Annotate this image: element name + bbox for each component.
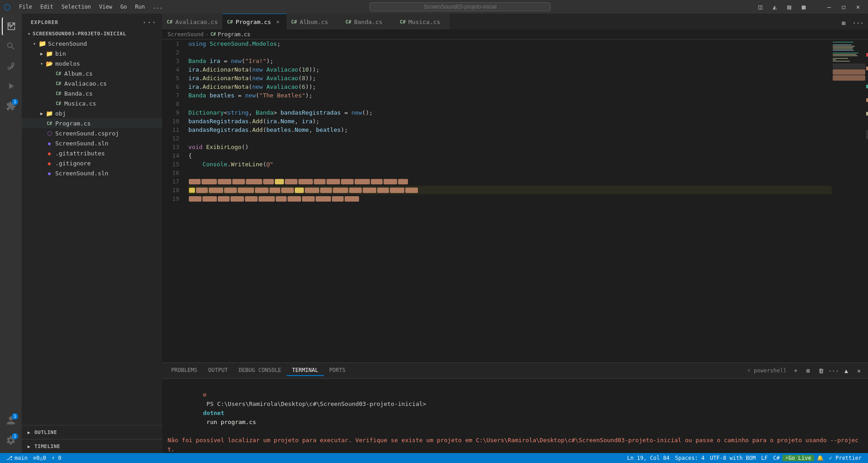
banda-cs-icon: C# xyxy=(54,91,62,96)
sidebar-root[interactable]: ▾ SCREENSOUND03-PROJETO-INICIAL xyxy=(22,29,162,39)
sidebar-item-sln-outer[interactable]: ◆ ScreenSound.sln xyxy=(22,168,162,178)
sidebar-item-modelos[interactable]: ▾ 📂 modelos xyxy=(22,58,162,68)
sidebar-item-gitignore[interactable]: ◆ .gitignore xyxy=(22,158,162,168)
code-line-12 xyxy=(188,134,832,143)
terminal-tabs-bar: PROBLEMS OUTPUT DEBUG CONSOLE TERMINAL P… xyxy=(162,363,868,379)
code-content[interactable]: using ScreenSound.Modelos; Banda ira = n… xyxy=(184,39,832,362)
status-language[interactable]: C# xyxy=(770,455,782,461)
status-branch[interactable]: ⎇ main xyxy=(4,453,30,463)
status-bell[interactable]: 🔔 xyxy=(814,455,826,461)
terminal-body[interactable]: ⊘ PS C:\Users\Ramirola\Desktop\c#\Screen… xyxy=(162,379,868,453)
terminal-tab-debug-console[interactable]: DEBUG CONSOLE xyxy=(233,365,287,376)
menu-more[interactable]: ... xyxy=(149,3,167,11)
activity-account[interactable]: 1 xyxy=(2,411,20,429)
code-line-11: bandasRegistradas.Add(beatles.Nome, beat… xyxy=(188,125,832,134)
menu-selection[interactable]: Selection xyxy=(58,3,95,11)
split-editor-button[interactable]: ⊞ xyxy=(837,17,850,29)
tab-avaliacao-cs[interactable]: C# Avaliacao.cs xyxy=(162,14,222,29)
sidebar-item-banda-cs[interactable]: C# Banda.cs xyxy=(22,88,162,98)
sidebar-item-sln-inner[interactable]: ◆ ScreenSound.sln xyxy=(22,138,162,148)
avaliacao-cs-icon: C# xyxy=(54,81,62,86)
layout-button[interactable]: ▤ xyxy=(783,1,796,12)
sidebar-item-csproj[interactable]: ⬡ ScreenSound.csproj xyxy=(22,128,162,138)
main-layout: 1 1 1 EXPLORER ··· ▾ SCREENSOUND03-PROJE… xyxy=(0,14,868,453)
maximize-button[interactable]: ◻ xyxy=(837,1,850,12)
status-eol[interactable]: LF xyxy=(758,455,770,461)
menu-go[interactable]: Go xyxy=(117,3,130,11)
status-errors[interactable]: ⊘ 0 △ 0 xyxy=(30,453,49,463)
sidebar-toggle-button[interactable]: ◫ xyxy=(754,1,767,12)
sidebar-timeline-section: ▶ TIMELINE xyxy=(22,439,162,453)
terminal-kill-button[interactable]: 🗑 xyxy=(815,365,826,376)
svg-rect-1 xyxy=(9,25,12,26)
close-button[interactable]: ✕ xyxy=(852,1,864,12)
sidebar-item-album-cs[interactable]: C# Album.cs xyxy=(22,68,162,78)
status-prettier[interactable]: ✓ Prettier xyxy=(826,455,864,461)
menu-run[interactable]: Run xyxy=(131,3,149,11)
breadcrumb-screensound[interactable]: ScreenSound xyxy=(168,31,203,38)
code-editor[interactable]: 12345 678910 1112131415 16171819 using S… xyxy=(162,39,832,362)
terminal-split-button[interactable]: ⊞ xyxy=(803,365,814,376)
more-tabs-button[interactable]: ··· xyxy=(852,17,864,29)
terminal-tab-problems[interactable]: PROBLEMS xyxy=(166,365,203,376)
code-line-10: bandasRegistradas.Add(ira.Nome, ira); xyxy=(188,117,832,125)
timeline-header[interactable]: ▶ TIMELINE xyxy=(22,441,162,451)
sidebar-item-gitattributes[interactable]: ◆ .gitattributes xyxy=(22,148,162,158)
gitattributes-icon: ◆ xyxy=(45,150,53,157)
sidebar-more-icon[interactable]: ··· xyxy=(142,18,157,27)
sidebar-item-obj[interactable]: ▶ 📁 obj xyxy=(22,108,162,118)
sidebar-item-screensound[interactable]: ▾ 📁 ScreenSound xyxy=(22,39,162,48)
terminal-tab-output[interactable]: OUTPUT xyxy=(203,365,233,376)
custom-layout-button[interactable]: ▦ xyxy=(797,1,810,12)
tab-album-cs[interactable]: C# Album.cs xyxy=(287,14,341,29)
sidebar-item-program-cs[interactable]: C# Program.cs xyxy=(22,118,162,128)
panel-toggle-button[interactable]: ◭ xyxy=(768,1,781,12)
sidebar-item-musica-cs[interactable]: C# Musica.cs xyxy=(22,98,162,108)
terminal-line-2: Não foi possível localizar um projeto pa… xyxy=(168,436,863,453)
status-cursor-position[interactable]: Ln 19, Col 84 xyxy=(624,455,672,461)
breadcrumb-program-cs[interactable]: Program.cs xyxy=(218,31,250,38)
terminal-maximize-button[interactable]: ▲ xyxy=(841,365,852,376)
git-branch-icon: ⎇ xyxy=(6,455,13,461)
titlebar-window-controls: ◫ ◭ ▤ ▦ — ◻ ✕ xyxy=(754,1,864,12)
menu-view[interactable]: View xyxy=(96,3,116,11)
status-golive[interactable]: ⚡ Go Live xyxy=(782,455,814,461)
activity-run-debug[interactable] xyxy=(2,77,20,95)
sidebar-item-avaliacao-cs[interactable]: C# Avaliacao.cs xyxy=(22,78,162,88)
terminal-new-button[interactable]: ＋ xyxy=(790,365,801,376)
terminal-tab-terminal[interactable]: TERMINAL xyxy=(287,365,324,376)
minimap xyxy=(832,39,868,362)
program-tab-label: Program.cs xyxy=(235,19,271,25)
code-line-3: Banda ira = new("Ira!"); xyxy=(188,57,832,65)
activity-settings[interactable]: 1 xyxy=(2,431,20,449)
activity-search[interactable] xyxy=(2,37,20,55)
terminal-more-button[interactable]: ··· xyxy=(828,365,839,376)
status-spaces[interactable]: Spaces: 4 xyxy=(672,455,707,461)
root-arrow-icon: ▾ xyxy=(25,31,33,36)
terminal-tab-ports[interactable]: PORTS xyxy=(324,365,351,376)
activity-extensions[interactable]: 1 xyxy=(2,97,20,115)
tab-banda-cs[interactable]: C# Banda.cs xyxy=(341,14,395,29)
program-tab-close-button[interactable]: ✕ xyxy=(274,18,282,26)
sidebar-item-bin[interactable]: ▶ 📁 bin xyxy=(22,48,162,58)
terminal-actions: ⚡ powershell ＋ ⊞ 🗑 ··· ▲ ✕ xyxy=(747,365,864,376)
activity-explorer[interactable] xyxy=(2,17,20,35)
code-line-6: ira.AdicionarNota(new Avaliacao(6)); xyxy=(188,82,832,91)
menu-file[interactable]: File xyxy=(15,3,36,11)
status-encoding[interactable]: UTF-8 with BOM xyxy=(707,455,758,461)
status-warnings[interactable]: ⚡ 0 xyxy=(49,453,64,463)
menu-edit[interactable]: Edit xyxy=(37,3,57,11)
titlebar-search-input[interactable] xyxy=(369,2,551,11)
tab-program-cs[interactable]: C# Program.cs ✕ xyxy=(222,14,287,29)
code-line-9: Dictionary<string, Banda> bandasRegistra… xyxy=(188,108,832,117)
activity-source-control[interactable] xyxy=(2,57,20,75)
csproj-icon: ⬡ xyxy=(45,130,53,137)
golive-icon: ⚡ xyxy=(785,455,788,461)
outline-header[interactable]: ▶ OUTLINE xyxy=(22,427,162,437)
album-cs-icon: C# xyxy=(54,71,62,76)
minimize-button[interactable]: — xyxy=(823,1,835,12)
tab-musica-cs[interactable]: C# Musica.cs xyxy=(395,14,450,29)
terminal-close-button[interactable]: ✕ xyxy=(854,365,864,376)
code-line-2 xyxy=(188,48,832,57)
gitignore-icon: ◆ xyxy=(45,160,53,167)
